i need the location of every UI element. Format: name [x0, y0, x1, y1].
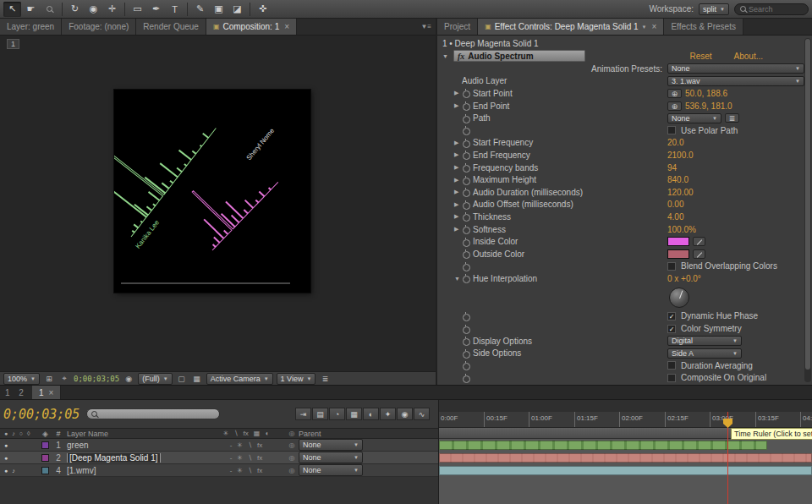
disclosure-icon[interactable]: ▶ [454, 213, 462, 220]
effects-icon[interactable]: ✳ [237, 467, 243, 474]
camera-view-dropdown[interactable]: Active Camera▼ [206, 373, 273, 385]
param-value[interactable]: 100.0% [667, 225, 696, 234]
stopwatch-icon[interactable] [462, 349, 470, 358]
close-icon[interactable]: × [652, 22, 657, 31]
param-value[interactable]: 0 x +0.0° [667, 274, 701, 283]
layer-row-green[interactable]: ● 1 green -✳∖fx ◎ None▼ [0, 439, 438, 452]
effects-icon[interactable]: ✳ [237, 454, 243, 462]
point-crosshair-icon[interactable]: ⊕ [667, 89, 682, 98]
dynamic-hue-phase-checkbox[interactable]: ✓ [667, 312, 676, 320]
selection-tool[interactable]: ↖ [3, 2, 21, 17]
quality-icon[interactable]: - [230, 467, 233, 474]
disclosure-icon[interactable]: ▼ [454, 276, 462, 282]
pen-tool[interactable]: ✒ [147, 2, 165, 17]
auto-keyframe-icon[interactable]: ◉ [397, 408, 413, 420]
hide-shy-layers-icon[interactable]: ◔ [329, 408, 345, 420]
layer-row-1wmv[interactable]: ●♪ 4 [1.wmv] -✳∖fx ◎ None▼ [0, 464, 438, 477]
camera-tool[interactable]: ◉ [85, 2, 102, 17]
viewer-time-display[interactable]: 0;00;03;05 [74, 375, 119, 383]
layer-name[interactable]: [1.wmv] [65, 466, 207, 475]
disclosure-icon[interactable]: ▶ [454, 164, 462, 171]
effect-name-selected[interactable]: fx Audio Spectrum [453, 50, 585, 62]
parent-column-header[interactable]: Parent [299, 430, 438, 438]
stopwatch-icon[interactable] [462, 126, 470, 134]
hand-tool[interactable]: ☛ [22, 2, 40, 17]
pick-whip-icon[interactable]: ◎ [285, 454, 299, 462]
video-eye-icon[interactable]: ● [4, 455, 8, 461]
time-ruler[interactable]: 0:00F 00:15F 01:00F 01:15F 02:00F 02:15F… [439, 412, 812, 428]
label-color-swatch[interactable] [41, 441, 49, 449]
blend-icon[interactable]: ∖ [248, 467, 252, 474]
blend-icon[interactable]: ∖ [248, 454, 252, 462]
display-options-dropdown[interactable]: Digital▼ [667, 336, 742, 346]
magnification-dropdown[interactable]: 100%▼ [3, 373, 40, 385]
frame-blend-icon[interactable]: ▦ [346, 408, 362, 420]
stopwatch-icon[interactable] [462, 200, 470, 209]
stopwatch-icon[interactable] [462, 337, 470, 345]
stopwatch-icon[interactable] [462, 274, 470, 282]
snapshot-icon[interactable]: ◉ [123, 375, 134, 383]
layer-row-deep-magenta-solid[interactable]: ● 2 [Deep Magenta Solid 1] -✳∖fx ◎ None▼ [0, 452, 438, 464]
pick-whip-icon[interactable]: ◎ [285, 441, 299, 449]
puppet-pin-tool[interactable]: ✜ [254, 2, 272, 17]
stopwatch-icon[interactable] [462, 238, 470, 246]
param-value[interactable]: 840.0 [667, 175, 689, 184]
tab-effect-controls[interactable]: ▣ Effect Controls: Deep Magenta Solid 1 … [478, 19, 664, 35]
blend-overlapping-colors-checkbox[interactable] [667, 262, 676, 271]
audio-layer-dropdown[interactable]: 3. 1.wav▼ [667, 76, 804, 86]
param-value[interactable]: 0.00 [667, 200, 683, 209]
stopwatch-icon[interactable] [462, 249, 470, 258]
stopwatch-icon[interactable] [462, 361, 470, 370]
color-symmetry-checkbox[interactable]: ✓ [667, 325, 676, 333]
outside-color-swatch[interactable] [667, 249, 689, 259]
timeline-tab-comp-1[interactable]: 1 × [32, 386, 61, 399]
eyedropper-icon[interactable] [693, 237, 705, 246]
zoom-tool[interactable] [41, 2, 58, 17]
quality-icon[interactable]: - [230, 454, 233, 462]
close-icon[interactable]: × [48, 388, 53, 397]
motion-blur-icon[interactable]: ◐ [363, 408, 379, 420]
tab-project[interactable]: Project [437, 19, 478, 35]
use-polar-path-checkbox[interactable] [667, 126, 676, 134]
timeline-track-area[interactable]: 0:00F 00:15F 01:00F 01:15F 02:00F 02:15F… [438, 400, 812, 504]
side-options-dropdown[interactable]: Side A▼ [667, 348, 742, 359]
workspace-dropdown[interactable]: split ▼ [699, 3, 729, 15]
stopwatch-icon[interactable] [462, 114, 470, 123]
stopwatch-icon[interactable] [462, 176, 470, 184]
crosshair-icon[interactable]: ⌖ [58, 374, 70, 383]
param-value[interactable]: 4.00 [667, 212, 683, 222]
effects-icon[interactable]: ✳ [237, 441, 243, 449]
inside-color-swatch[interactable] [667, 237, 689, 246]
tab-layer-green[interactable]: Layer: green [0, 19, 62, 35]
view-layout-dropdown[interactable]: 1 View▼ [277, 373, 316, 385]
fx-icon[interactable]: fx [257, 467, 262, 474]
scrollbar[interactable] [804, 38, 811, 382]
pixel-aspect-icon[interactable]: ≣ [319, 375, 331, 383]
param-value[interactable]: 536.9, 181.0 [685, 101, 732, 111]
point-crosshair-icon[interactable]: ⊕ [667, 101, 682, 111]
parent-dropdown[interactable]: None▼ [299, 439, 363, 451]
tab-render-queue[interactable]: Render Queue [136, 19, 206, 35]
stopwatch-icon[interactable] [462, 225, 470, 233]
comp-mini-flowchart-icon[interactable]: ⇥ [295, 408, 311, 420]
param-value[interactable]: 120.00 [667, 188, 694, 197]
stopwatch-icon[interactable] [462, 101, 470, 110]
layer-name[interactable]: [Deep Magenta Solid 1] [67, 453, 161, 463]
disclosure-icon[interactable]: ▶ [454, 140, 462, 146]
fx-icon[interactable]: fx [257, 454, 262, 462]
composite-on-original-checkbox[interactable] [667, 374, 676, 382]
quality-icon[interactable]: - [230, 441, 233, 449]
disclosure-icon[interactable]: ▶ [454, 177, 462, 184]
stopwatch-icon[interactable] [462, 188, 470, 196]
duration-averaging-checkbox[interactable] [667, 361, 676, 370]
pan-behind-tool[interactable]: ✛ [103, 2, 121, 17]
stopwatch-icon[interactable] [462, 139, 470, 147]
disclosure-icon[interactable]: ▶ [454, 151, 462, 158]
draft-3d-icon[interactable]: ▤ [312, 408, 328, 420]
hue-interpolation-dial[interactable] [669, 288, 689, 308]
label-color-swatch[interactable] [41, 454, 49, 462]
label-color-swatch[interactable] [41, 467, 49, 474]
pick-whip-icon[interactable]: ◎ [285, 467, 299, 474]
layer-name-column-header[interactable]: Layer Name [65, 430, 207, 438]
resolution-dropdown[interactable]: (Full)▼ [138, 373, 172, 385]
